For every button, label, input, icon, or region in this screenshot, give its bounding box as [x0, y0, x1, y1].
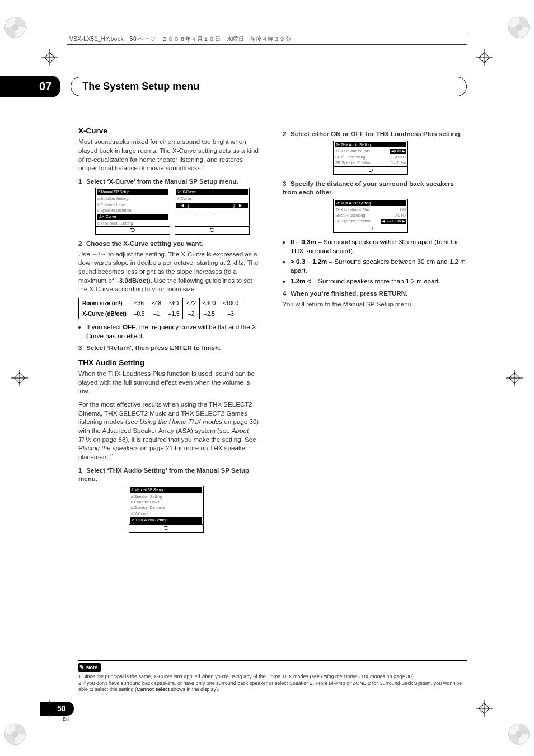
page-lang: En — [63, 716, 69, 722]
thx-distance-bullets: 0 – 0.3m – Surround speakers within 30 c… — [291, 237, 467, 286]
return-icon: ⮌ — [334, 225, 407, 232]
ui-screen-xcurve: 2d.X-Curve X-Curve ◀ [ – – – – – – ] ▶ .… — [175, 188, 250, 235]
section-thx-heading: THX Audio Setting — [78, 358, 263, 368]
xcurve-intro: Most soundtracks mixed for cinema sound … — [78, 137, 263, 172]
thx-step4: 4When you’re finished, press RETURN. — [283, 289, 467, 298]
footnote-block: ✎ Note 1 Since the principal is the same… — [78, 660, 467, 693]
crop-mark — [41, 49, 58, 66]
ui-screen-thx-distance: 2e.THX Audio Setting THX Loudness PlusON… — [333, 199, 408, 233]
left-column: X-Curve Most soundtracks mixed for cinem… — [78, 126, 263, 622]
left-right-arrows-icon: ←/→ — [92, 250, 106, 258]
xcurve-step2: 2Choose the X-Curve setting you want. — [78, 239, 263, 248]
right-column: 2Select either ON or OFF for THX Loudnes… — [283, 126, 467, 622]
ui-screen-sp-setup-thx: 2.Manual SP Setup a.Speaker Setting b.Ch… — [129, 486, 204, 533]
xcurve-step1: 1Select ‘X-Curve’ from the Manual SP Set… — [78, 177, 263, 186]
return-icon: ⮌ — [96, 226, 170, 234]
registration-mark — [4, 724, 26, 745]
crop-mark — [476, 700, 493, 717]
footnote-1: 1 Since the principal is the same, X-Cur… — [78, 674, 467, 680]
xcurve-off-bullet: If you select OFF, the frequency curve w… — [86, 323, 263, 340]
page-number: 50 — [40, 702, 74, 716]
note-badge: ✎ Note — [78, 663, 101, 672]
xcurve-step2-body: Use ←/→ to adjust the setting. The X-Cur… — [78, 250, 263, 293]
book-meta-bar: VSX-LX51_HY.book 50 ページ ２００８年４月１６日 水曜日 午… — [67, 34, 467, 45]
return-icon: ⮌ — [334, 166, 407, 174]
thx-step1: 1Select ‘THX Audio Setting’ from the Man… — [78, 466, 263, 483]
registration-mark — [4, 17, 26, 38]
registration-mark — [508, 724, 530, 745]
crop-mark — [476, 49, 493, 66]
thx-intro2: For the most effective results when usin… — [78, 400, 263, 461]
crop-mark — [506, 370, 523, 386]
xcurve-table: Room size (m²) ≤36 ≤48 ≤60 ≤72 ≤300 ≤100… — [78, 298, 242, 319]
return-icon: ⮌ — [129, 524, 203, 532]
section-xcurve-heading: X-Curve — [78, 126, 263, 136]
thx-step3: 3Specify the distance of your surround b… — [283, 179, 467, 197]
ui-screen-sp-setup: 2.Manual SP Setup a.Speaker Setting b.Ch… — [95, 188, 170, 235]
return-icon: ⮌ — [175, 226, 249, 234]
chapter-bar: 07 The System Setup menu — [0, 76, 467, 97]
chapter-number: 07 — [0, 76, 60, 97]
thx-step2: 2Select either ON or OFF for THX Loudnes… — [283, 129, 467, 138]
registration-mark — [508, 17, 530, 38]
thx-step4-body: You will return to the Manual SP Setup m… — [283, 300, 467, 309]
chapter-title: The System Setup menu — [71, 77, 467, 96]
thx-intro1: When the THX Loudness Plus function is u… — [78, 369, 263, 395]
xcurve-step3: 3Select ‘Return’, then press ENTER to fi… — [78, 343, 263, 352]
footnote-2: 2 If you don’t have surround back speake… — [78, 680, 467, 693]
crop-mark — [11, 370, 28, 386]
pencil-icon: ✎ — [79, 664, 84, 671]
ui-screen-thx-loudness: 2e.THX Audio Setting THX Loudness Plus ◀… — [333, 141, 408, 175]
